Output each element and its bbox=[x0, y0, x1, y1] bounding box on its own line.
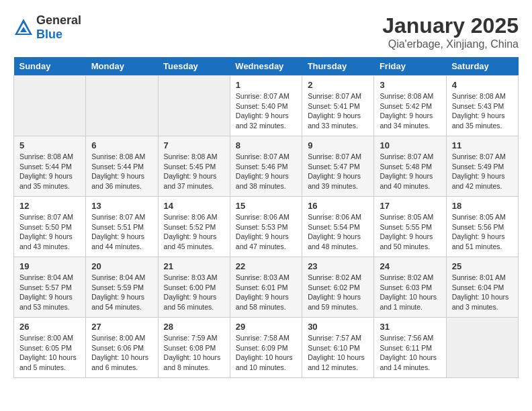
title-block: January 2025 Qia'erbage, Xinjiang, China bbox=[382, 13, 519, 50]
calendar-cell: 16Sunrise: 8:06 AM Sunset: 5:54 PM Dayli… bbox=[302, 197, 374, 257]
day-number: 26 bbox=[19, 322, 80, 332]
calendar-cell: 10Sunrise: 8:07 AM Sunset: 5:48 PM Dayli… bbox=[374, 136, 446, 197]
day-number: 18 bbox=[452, 201, 513, 211]
day-info: Sunrise: 8:02 AM Sunset: 6:03 PM Dayligh… bbox=[380, 273, 440, 312]
calendar-cell: 8Sunrise: 8:07 AM Sunset: 5:46 PM Daylig… bbox=[230, 136, 302, 197]
day-info: Sunrise: 8:08 AM Sunset: 5:42 PM Dayligh… bbox=[380, 91, 440, 131]
logo-blue: Blue bbox=[36, 28, 62, 41]
day-info: Sunrise: 8:03 AM Sunset: 6:00 PM Dayligh… bbox=[164, 273, 224, 312]
day-number: 14 bbox=[164, 201, 224, 211]
day-number: 11 bbox=[452, 140, 513, 150]
calendar-cell: 7Sunrise: 8:08 AM Sunset: 5:45 PM Daylig… bbox=[158, 136, 230, 197]
day-number: 24 bbox=[380, 261, 440, 271]
calendar-week-5: 26Sunrise: 8:00 AM Sunset: 6:05 PM Dayli… bbox=[14, 318, 519, 378]
day-info: Sunrise: 8:06 AM Sunset: 5:52 PM Dayligh… bbox=[164, 212, 224, 252]
day-info: Sunrise: 8:04 AM Sunset: 5:57 PM Dayligh… bbox=[19, 273, 80, 312]
calendar-week-3: 12Sunrise: 8:07 AM Sunset: 5:50 PM Dayli… bbox=[14, 197, 519, 257]
calendar-cell: 31Sunrise: 7:56 AM Sunset: 6:11 PM Dayli… bbox=[374, 318, 446, 378]
day-info: Sunrise: 8:04 AM Sunset: 5:59 PM Dayligh… bbox=[91, 273, 152, 312]
calendar-cell: 23Sunrise: 8:02 AM Sunset: 6:02 PM Dayli… bbox=[302, 257, 374, 318]
day-info: Sunrise: 8:07 AM Sunset: 5:48 PM Dayligh… bbox=[380, 152, 440, 191]
calendar-cell: 30Sunrise: 7:57 AM Sunset: 6:10 PM Dayli… bbox=[302, 318, 374, 378]
day-info: Sunrise: 8:07 AM Sunset: 5:40 PM Dayligh… bbox=[236, 91, 296, 131]
logo-general: General bbox=[36, 13, 81, 27]
calendar-cell bbox=[86, 76, 158, 136]
day-info: Sunrise: 8:03 AM Sunset: 6:01 PM Dayligh… bbox=[236, 273, 296, 312]
day-number: 15 bbox=[236, 201, 296, 211]
logo-text: General Blue bbox=[36, 13, 81, 42]
calendar-cell: 11Sunrise: 8:07 AM Sunset: 5:49 PM Dayli… bbox=[446, 136, 518, 197]
weekday-header-wednesday: Wednesday bbox=[230, 57, 302, 76]
calendar-cell: 28Sunrise: 7:59 AM Sunset: 6:08 PM Dayli… bbox=[158, 318, 230, 378]
calendar-cell: 27Sunrise: 8:00 AM Sunset: 6:06 PM Dayli… bbox=[86, 318, 158, 378]
day-number: 29 bbox=[236, 322, 296, 332]
calendar-body: 1Sunrise: 8:07 AM Sunset: 5:40 PM Daylig… bbox=[14, 76, 519, 378]
day-number: 19 bbox=[19, 261, 80, 271]
day-info: Sunrise: 8:08 AM Sunset: 5:43 PM Dayligh… bbox=[452, 91, 513, 131]
calendar-cell bbox=[14, 76, 86, 136]
day-info: Sunrise: 8:00 AM Sunset: 6:05 PM Dayligh… bbox=[19, 333, 80, 373]
day-info: Sunrise: 8:08 AM Sunset: 5:44 PM Dayligh… bbox=[91, 152, 152, 191]
calendar-cell: 17Sunrise: 8:05 AM Sunset: 5:55 PM Dayli… bbox=[374, 197, 446, 257]
logo-icon bbox=[13, 17, 34, 38]
weekday-header-sunday: Sunday bbox=[14, 57, 86, 76]
day-number: 16 bbox=[308, 201, 368, 211]
calendar-cell: 5Sunrise: 8:08 AM Sunset: 5:44 PM Daylig… bbox=[14, 136, 86, 197]
day-number: 20 bbox=[91, 261, 152, 271]
day-info: Sunrise: 8:06 AM Sunset: 5:54 PM Dayligh… bbox=[308, 212, 368, 252]
logo: General Blue bbox=[13, 13, 81, 42]
calendar-week-1: 1Sunrise: 8:07 AM Sunset: 5:40 PM Daylig… bbox=[14, 76, 519, 136]
day-number: 17 bbox=[380, 201, 440, 211]
calendar-cell: 22Sunrise: 8:03 AM Sunset: 6:01 PM Dayli… bbox=[230, 257, 302, 318]
calendar-cell: 26Sunrise: 8:00 AM Sunset: 6:05 PM Dayli… bbox=[14, 318, 86, 378]
day-info: Sunrise: 7:57 AM Sunset: 6:10 PM Dayligh… bbox=[308, 333, 368, 373]
calendar-table: SundayMondayTuesdayWednesdayThursdayFrid… bbox=[13, 57, 519, 378]
day-number: 22 bbox=[236, 261, 296, 271]
weekday-header-thursday: Thursday bbox=[302, 57, 374, 76]
calendar-cell: 2Sunrise: 8:07 AM Sunset: 5:41 PM Daylig… bbox=[302, 76, 374, 136]
calendar-cell: 18Sunrise: 8:05 AM Sunset: 5:56 PM Dayli… bbox=[446, 197, 518, 257]
calendar-cell: 9Sunrise: 8:07 AM Sunset: 5:47 PM Daylig… bbox=[302, 136, 374, 197]
day-number: 2 bbox=[308, 80, 368, 90]
day-number: 31 bbox=[380, 322, 440, 332]
calendar-cell: 3Sunrise: 8:08 AM Sunset: 5:42 PM Daylig… bbox=[374, 76, 446, 136]
day-info: Sunrise: 8:06 AM Sunset: 5:53 PM Dayligh… bbox=[236, 212, 296, 252]
day-info: Sunrise: 8:05 AM Sunset: 5:56 PM Dayligh… bbox=[452, 212, 513, 252]
weekday-header-saturday: Saturday bbox=[446, 57, 518, 76]
calendar-header: SundayMondayTuesdayWednesdayThursdayFrid… bbox=[14, 57, 519, 76]
day-info: Sunrise: 8:07 AM Sunset: 5:41 PM Dayligh… bbox=[308, 91, 368, 131]
location-title: Qia'erbage, Xinjiang, China bbox=[382, 38, 519, 50]
day-info: Sunrise: 8:02 AM Sunset: 6:02 PM Dayligh… bbox=[308, 273, 368, 312]
calendar-cell bbox=[158, 76, 230, 136]
calendar-cell: 15Sunrise: 8:06 AM Sunset: 5:53 PM Dayli… bbox=[230, 197, 302, 257]
day-number: 13 bbox=[91, 201, 152, 211]
calendar-cell: 25Sunrise: 8:01 AM Sunset: 6:04 PM Dayli… bbox=[446, 257, 518, 318]
day-info: Sunrise: 8:07 AM Sunset: 5:49 PM Dayligh… bbox=[452, 152, 513, 191]
day-number: 6 bbox=[91, 140, 152, 150]
day-info: Sunrise: 7:59 AM Sunset: 6:08 PM Dayligh… bbox=[164, 333, 224, 373]
day-info: Sunrise: 8:08 AM Sunset: 5:44 PM Dayligh… bbox=[19, 152, 80, 191]
day-number: 25 bbox=[452, 261, 513, 271]
day-number: 5 bbox=[19, 140, 80, 150]
weekday-header-monday: Monday bbox=[86, 57, 158, 76]
day-info: Sunrise: 7:58 AM Sunset: 6:09 PM Dayligh… bbox=[236, 333, 296, 373]
day-number: 30 bbox=[308, 322, 368, 332]
day-number: 21 bbox=[164, 261, 224, 271]
calendar-cell: 20Sunrise: 8:04 AM Sunset: 5:59 PM Dayli… bbox=[86, 257, 158, 318]
calendar-cell: 1Sunrise: 8:07 AM Sunset: 5:40 PM Daylig… bbox=[230, 76, 302, 136]
weekday-header-friday: Friday bbox=[374, 57, 446, 76]
calendar-week-2: 5Sunrise: 8:08 AM Sunset: 5:44 PM Daylig… bbox=[14, 136, 519, 197]
calendar-cell: 29Sunrise: 7:58 AM Sunset: 6:09 PM Dayli… bbox=[230, 318, 302, 378]
calendar-cell: 6Sunrise: 8:08 AM Sunset: 5:44 PM Daylig… bbox=[86, 136, 158, 197]
month-title: January 2025 bbox=[382, 13, 519, 38]
day-number: 27 bbox=[91, 322, 152, 332]
page-header: General Blue January 2025 Qia'erbage, Xi… bbox=[13, 13, 519, 50]
day-info: Sunrise: 8:05 AM Sunset: 5:55 PM Dayligh… bbox=[380, 212, 440, 252]
calendar-cell: 12Sunrise: 8:07 AM Sunset: 5:50 PM Dayli… bbox=[14, 197, 86, 257]
calendar-week-4: 19Sunrise: 8:04 AM Sunset: 5:57 PM Dayli… bbox=[14, 257, 519, 318]
day-info: Sunrise: 8:07 AM Sunset: 5:46 PM Dayligh… bbox=[236, 152, 296, 191]
day-number: 10 bbox=[380, 140, 440, 150]
day-info: Sunrise: 8:07 AM Sunset: 5:51 PM Dayligh… bbox=[91, 212, 152, 252]
day-number: 28 bbox=[164, 322, 224, 332]
day-number: 9 bbox=[308, 140, 368, 150]
